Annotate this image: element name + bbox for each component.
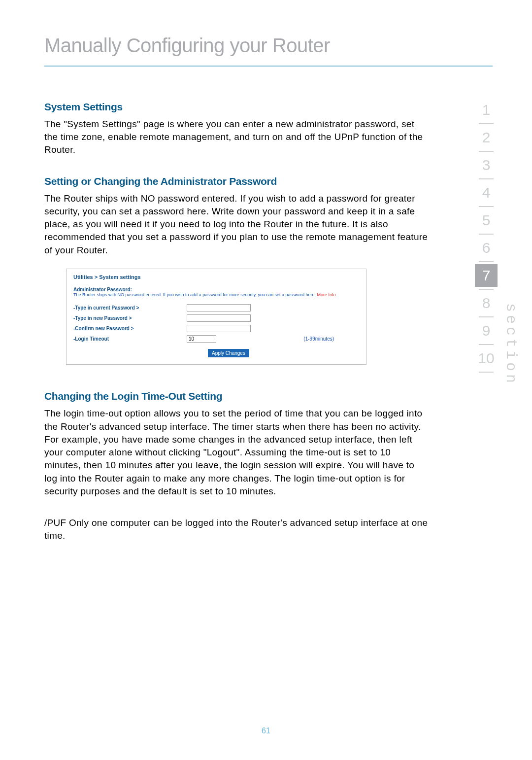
login-timeout-input[interactable] [187, 335, 216, 343]
heading-admin-password: Setting or Changing the Administrator Pa… [44, 175, 429, 187]
new-password-label: -Type in new Password > [73, 313, 187, 323]
section-nav-8[interactable]: 8 [475, 292, 498, 314]
section-nav-10[interactable]: 10 [475, 347, 498, 370]
breadcrumb: Utilities > System settings [73, 274, 359, 280]
section-admin-password: Setting or Changing the Administrator Pa… [44, 175, 429, 257]
login-timeout-label: -Login Timeout [73, 334, 187, 344]
password-fields-table: -Type in current Password > -Type in new… [73, 303, 359, 344]
section-nav-9[interactable]: 9 [475, 319, 498, 342]
section-system-settings: System Settings The "System Settings" pa… [44, 101, 429, 157]
body-admin-password: The Router ships with NO password entere… [44, 192, 429, 257]
new-password-input[interactable] [187, 314, 251, 322]
nav-divider [479, 289, 494, 290]
section-login-timeout: Changing the Login Time-Out Setting The … [44, 390, 429, 498]
section-nav-7[interactable]: 7 [475, 264, 498, 287]
page-number: 61 [0, 726, 532, 735]
nav-divider [479, 151, 494, 152]
heading-system-settings: System Settings [44, 101, 429, 113]
more-info-link[interactable]: More Info [317, 292, 336, 297]
nav-divider [479, 316, 494, 317]
section-nav-1[interactable]: 1 [475, 99, 498, 121]
nav-divider [479, 234, 494, 235]
nav-divider [479, 372, 494, 373]
admin-password-label: Administrator Password: [73, 287, 359, 292]
section-nav-4[interactable]: 4 [475, 181, 498, 204]
nav-divider [479, 261, 494, 262]
timeout-range-label: (1-99minutes) [303, 334, 359, 344]
admin-password-desc: The Router ships with NO password entere… [73, 292, 359, 298]
confirm-password-input[interactable] [187, 325, 251, 332]
section-side-label: section [502, 303, 519, 386]
content-column: System Settings The "System Settings" pa… [44, 101, 429, 542]
nav-divider [479, 178, 494, 179]
current-password-input[interactable] [187, 304, 251, 311]
nav-divider [479, 206, 494, 207]
section-nav-6[interactable]: 6 [475, 237, 498, 259]
nav-divider [479, 344, 494, 345]
page-title: Manually Configuring your Router [44, 35, 493, 57]
section-nav-3[interactable]: 3 [475, 154, 498, 176]
embedded-ui-panel: Utilities > System settings Administrato… [66, 269, 366, 365]
section-nav: 1 2 3 4 5 6 7 8 9 10 [475, 99, 498, 375]
note-text: /PUF Only one computer can be logged int… [44, 517, 429, 542]
heading-login-timeout: Changing the Login Time-Out Setting [44, 390, 429, 402]
section-nav-5[interactable]: 5 [475, 209, 498, 232]
body-system-settings: The "System Settings" page is where you … [44, 118, 429, 157]
confirm-password-label: -Confirm new Password > [73, 323, 187, 334]
current-password-label: -Type in current Password > [73, 303, 187, 313]
apply-changes-button[interactable]: Apply Changes [208, 349, 249, 357]
nav-divider [479, 123, 494, 124]
body-login-timeout: The login time-out option allows you to … [44, 407, 429, 498]
admin-desc-text: The Router ships with NO password entere… [73, 292, 317, 297]
title-bar: Manually Configuring your Router [44, 35, 493, 67]
section-nav-2[interactable]: 2 [475, 126, 498, 149]
